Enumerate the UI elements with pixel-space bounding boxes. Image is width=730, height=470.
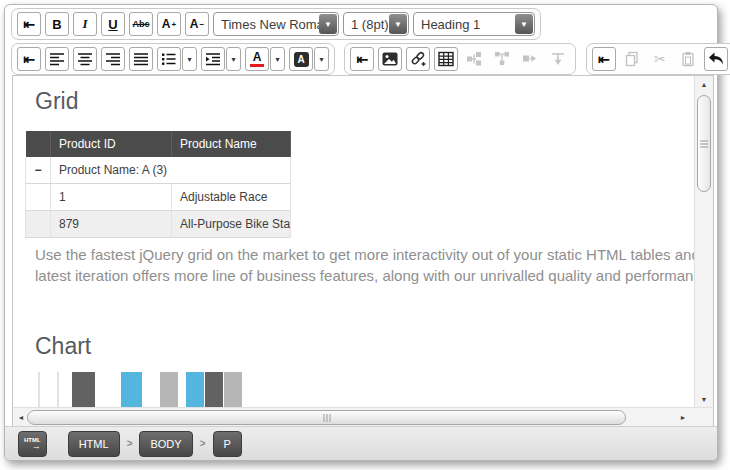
add-row-above-icon xyxy=(522,51,538,67)
link-icon xyxy=(410,51,426,67)
toolbar-group-handle-icon[interactable]: ⇤ xyxy=(17,12,41,36)
vertical-scroll-thumb[interactable] xyxy=(697,95,711,192)
back-color-icon: A xyxy=(294,52,309,67)
add-column-right-icon xyxy=(494,51,510,67)
align-left-button[interactable] xyxy=(45,47,69,71)
font-color-dropdown-arrow[interactable]: ▾ xyxy=(270,47,285,71)
back-color-split-button: A ▾ xyxy=(289,47,329,71)
grid-heading: Grid xyxy=(35,88,78,115)
bullet-list-button[interactable] xyxy=(157,47,181,71)
copy-button[interactable] xyxy=(620,47,644,71)
scroll-right-icon[interactable]: ► xyxy=(675,408,691,427)
editor-content-area: Grid Product ID Product Name − Product N… xyxy=(12,75,714,428)
chart-bar xyxy=(72,372,95,407)
breadcrumb-body[interactable]: BODY xyxy=(139,431,192,457)
grid-header-product-name: Product Name xyxy=(172,131,291,157)
scroll-up-icon[interactable]: ▲ xyxy=(695,76,713,92)
increase-font-button[interactable]: A+ xyxy=(157,12,181,36)
view-html-button[interactable]: HTML → xyxy=(18,431,47,457)
vertical-scrollbar[interactable]: ▲ ▼ xyxy=(694,76,713,407)
editable-document[interactable]: Grid Product ID Product Name − Product N… xyxy=(13,76,694,407)
scroll-down-icon[interactable]: ▼ xyxy=(695,391,713,407)
format-block-select[interactable]: Heading 1 ▼ xyxy=(413,12,535,36)
add-row-above-button[interactable] xyxy=(518,47,542,71)
horizontal-scroll-thumb[interactable] xyxy=(27,410,626,425)
back-color-button[interactable]: A xyxy=(289,47,313,71)
font-family-select[interactable]: Times New Roman ▼ xyxy=(213,12,339,36)
add-column-right-button[interactable] xyxy=(490,47,514,71)
cell-product-name: All-Purpose Bike Sta xyxy=(172,211,291,238)
font-color-split-button: A ▾ xyxy=(245,47,285,71)
font-color-button[interactable]: A xyxy=(245,47,269,71)
toolbar-group-paragraph: ⇤ ▾ ▾ A ▾ xyxy=(11,43,335,75)
cut-button[interactable]: ✂ xyxy=(648,47,672,71)
insert-link-button[interactable] xyxy=(406,47,430,71)
chart-bar xyxy=(224,372,242,407)
font-family-value: Times New Roman xyxy=(215,17,319,32)
toolbar-group-handle-icon[interactable]: ⇤ xyxy=(592,47,616,71)
group-collapse-icon[interactable]: − xyxy=(26,157,51,184)
breadcrumb-separator: > xyxy=(200,438,206,449)
font-size-select[interactable]: 1 (8pt) ▼ xyxy=(343,12,409,36)
add-row-below-icon xyxy=(550,51,566,67)
chevron-down-icon[interactable]: ▼ xyxy=(319,14,337,34)
insert-image-button[interactable] xyxy=(378,47,402,71)
italic-button[interactable]: I xyxy=(73,12,97,36)
grid-header-row: Product ID Product Name xyxy=(26,131,291,157)
chart-bar xyxy=(121,372,142,407)
font-color-icon: A xyxy=(250,51,264,67)
list-split-button: ▾ xyxy=(157,47,197,71)
group-label: Product Name: A (3) xyxy=(51,157,291,184)
indent-button[interactable] xyxy=(201,47,225,71)
create-table-button[interactable] xyxy=(434,47,458,71)
list-dropdown-arrow[interactable]: ▾ xyxy=(182,47,197,71)
undo-button[interactable] xyxy=(704,47,728,71)
cell-product-id: 879 xyxy=(51,211,172,238)
toolbar-row-2: ⇤ ▾ ▾ A ▾ xyxy=(5,40,717,75)
product-grid: Product ID Product Name − Product Name: … xyxy=(25,131,291,238)
decrease-font-button[interactable]: A− xyxy=(185,12,209,36)
paste-icon xyxy=(680,51,696,67)
scrollbar-corner xyxy=(695,408,713,427)
editor-window: ⇤ B I U Abc A+ A− Times New Roman ▼ 1 (8… xyxy=(4,4,718,461)
breadcrumb-separator: > xyxy=(127,438,133,449)
align-left-icon xyxy=(49,52,65,66)
format-block-value: Heading 1 xyxy=(415,17,515,32)
align-right-icon xyxy=(105,52,121,66)
add-column-left-button[interactable] xyxy=(462,47,486,71)
add-row-below-button[interactable] xyxy=(546,47,570,71)
breadcrumb-p[interactable]: P xyxy=(213,431,242,457)
arrow-right-icon: → xyxy=(32,442,41,451)
breadcrumb-html[interactable]: HTML xyxy=(68,431,120,457)
font-color-letter: A xyxy=(253,51,262,63)
toolbar-group-handle-icon[interactable]: ⇤ xyxy=(350,47,374,71)
copy-icon xyxy=(624,51,640,67)
toolbar-group-format: ⇤ B I U Abc A+ A− Times New Roman ▼ 1 (8… xyxy=(11,8,541,40)
grid-header-expand-col xyxy=(26,131,51,157)
chart-bar xyxy=(186,372,204,407)
back-color-dropdown-arrow[interactable]: ▾ xyxy=(314,47,329,71)
bullet-list-icon xyxy=(161,52,177,66)
paragraph-line: latest iteration offers more line of bus… xyxy=(35,265,694,286)
grid-header-product-id: Product ID xyxy=(51,131,172,157)
chevron-down-icon[interactable]: ▼ xyxy=(515,14,533,34)
toolbar-group-clipboard: ⇤ ✂ xyxy=(586,43,730,75)
increase-font-letter: A xyxy=(162,17,171,31)
align-right-button[interactable] xyxy=(101,47,125,71)
scroll-grip xyxy=(322,414,331,422)
table-row: 1 Adjustable Race xyxy=(26,184,291,211)
cell-product-id: 1 xyxy=(51,184,172,211)
align-center-button[interactable] xyxy=(73,47,97,71)
paste-button[interactable] xyxy=(676,47,700,71)
horizontal-scrollbar[interactable]: ◄ ► xyxy=(13,408,695,427)
underline-button[interactable]: U xyxy=(101,12,125,36)
chevron-down-icon[interactable]: ▼ xyxy=(389,14,407,34)
toolbar-group-handle-icon[interactable]: ⇤ xyxy=(17,47,41,71)
plus-sign: + xyxy=(172,20,177,29)
indent-dropdown-arrow[interactable]: ▾ xyxy=(226,47,241,71)
paragraph-line: Use the fastest jQuery grid on the marke… xyxy=(35,244,694,265)
cell-product-name: Adjustable Race xyxy=(172,184,291,211)
justify-button[interactable] xyxy=(129,47,153,71)
strikethrough-button[interactable]: Abc xyxy=(129,12,153,36)
bold-button[interactable]: B xyxy=(45,12,69,36)
